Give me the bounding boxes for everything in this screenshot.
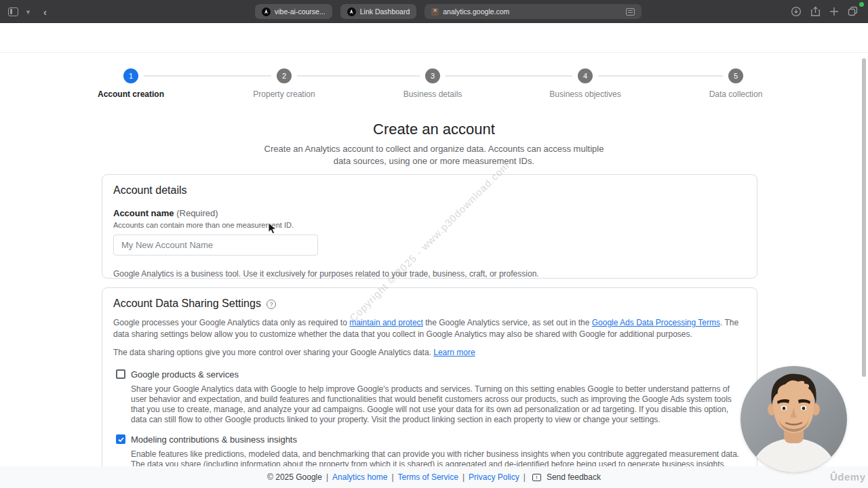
account-name-hint: Accounts can contain more than one measu… [113, 221, 746, 229]
step-property-creation[interactable]: 2 Property creation [230, 68, 338, 99]
checkbox-modeling[interactable] [116, 434, 125, 444]
presenter-face [741, 366, 847, 472]
send-feedback-link[interactable]: Send feedback [547, 472, 601, 482]
data-sharing-card: Account Data Sharing Settings? Google pr… [102, 287, 757, 488]
tab-vibe-ai-course[interactable]: vibe-ai-course... [255, 4, 332, 19]
back-icon[interactable]: ‹ [43, 6, 47, 18]
step-data-collection[interactable]: 5 Data collection [682, 68, 790, 99]
terms-of-service-link[interactable]: Terms of Service [398, 472, 458, 482]
page-title: Create an account [0, 121, 868, 138]
sidebar-toggle-icon[interactable] [8, 7, 18, 16]
url-text: analytics.google.com [443, 7, 509, 16]
analytics-favicon [431, 8, 439, 16]
data-processing-terms-link[interactable]: Google Ads Data Processing Terms [592, 318, 720, 327]
new-tab-icon[interactable] [829, 7, 839, 16]
option-google-products: Google products & services Share your Go… [113, 369, 746, 425]
step-account-creation[interactable]: 1 Account creation [77, 68, 185, 99]
analytics-header [0, 23, 868, 53]
reader-view-icon[interactable] [626, 8, 635, 16]
privacy-policy-link[interactable]: Privacy Policy [469, 472, 519, 482]
scrollbar-thumb[interactable] [862, 58, 866, 377]
tab-analytics-active[interactable]: analytics.google.com [425, 4, 642, 19]
green-status-dot [859, 2, 864, 7]
tab-label: vibe-ai-course... [275, 7, 326, 16]
page-footer: © 2025 Google | Analytics home | Terms o… [0, 466, 868, 488]
learn-more-link[interactable]: Learn more [433, 348, 475, 357]
chevron-down-icon[interactable]: ▼ [25, 9, 31, 16]
step-business-details[interactable]: 3 Business details [378, 68, 487, 99]
copyright-text: © 2025 Google [267, 472, 322, 482]
copy-tabs-icon[interactable] [848, 6, 859, 17]
option-description: Share your Google Analytics data with Go… [131, 384, 746, 425]
share-icon[interactable] [810, 6, 821, 17]
page-subtitle: Create an Analytics account to collect a… [258, 143, 610, 168]
card-heading: Account Data Sharing Settings? [113, 298, 746, 310]
cursor-app-favicon [347, 7, 356, 16]
tab-strip: vibe-ai-course... Link Dashboard analyti… [255, 4, 642, 19]
analytics-home-link[interactable]: Analytics home [332, 472, 387, 482]
account-name-input[interactable] [113, 235, 318, 256]
udemy-watermark: Ûdemy [830, 471, 866, 483]
checkbox-google-products[interactable] [116, 369, 125, 379]
data-sharing-intro: Google processes your Google Analytics d… [113, 317, 746, 340]
step-business-objectives[interactable]: 4 Business objectives [531, 68, 639, 99]
account-setup-stepper: 1 Account creation 2 Property creation 3… [0, 53, 868, 100]
feedback-icon: ! [532, 474, 541, 481]
browser-chrome: ▼ ‹ vibe-ai-course... Link Dashboard ana… [0, 0, 868, 23]
tab-label: Link Dashboard [360, 7, 410, 16]
download-icon[interactable] [791, 6, 802, 17]
cursor-app-favicon [262, 7, 271, 16]
maintain-protect-link[interactable]: maintain and protect [349, 318, 423, 327]
tab-link-dashboard[interactable]: Link Dashboard [340, 4, 417, 19]
card-heading: Account details [113, 184, 746, 197]
webcam-overlay [741, 366, 847, 472]
help-icon[interactable]: ? [267, 300, 276, 309]
account-details-card: Account details Account name (Required) … [102, 174, 757, 279]
business-tool-note: Google Analytics is a business tool. Use… [113, 269, 746, 279]
account-name-label: Account name (Required) [113, 208, 746, 218]
data-sharing-options-note: The data sharing options give you more c… [113, 347, 746, 359]
